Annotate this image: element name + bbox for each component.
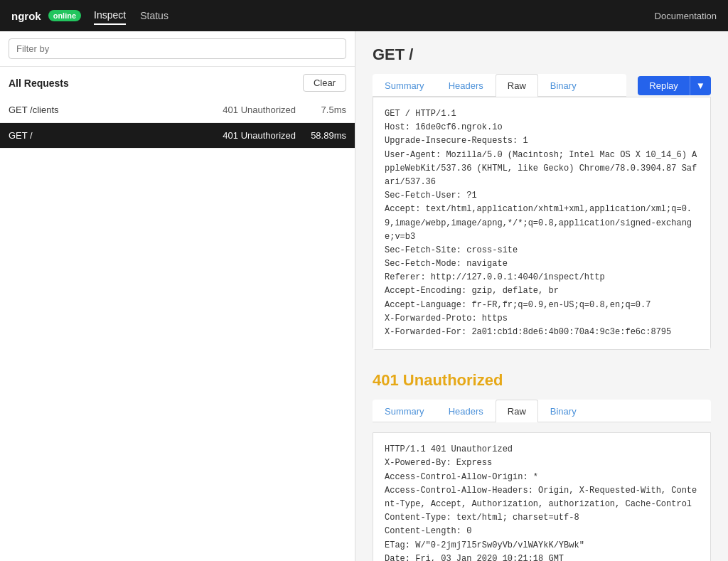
requests-title: All Requests [9, 78, 69, 89]
request-title: GET / [373, 46, 711, 64]
top-nav: ngrok online Inspect Status Documentatio… [0, 0, 728, 31]
req-duration: 7.5ms [307, 105, 346, 115]
response-tab-binary[interactable]: Binary [538, 400, 589, 422]
response-raw-text: HTTP/1.1 401 Unauthorized X-Powered-By: … [373, 433, 710, 561]
response-tab-summary[interactable]: Summary [373, 400, 437, 422]
filter-bar [0, 31, 355, 67]
response-raw-content: HTTP/1.1 401 Unauthorized X-Powered-By: … [373, 432, 711, 561]
request-raw-text: GET / HTTP/1.1 Host: 16de0cf6.ngrok.io U… [373, 97, 710, 349]
requests-header: All Requests Clear [0, 67, 355, 97]
replay-dropdown-button[interactable]: ▼ [690, 76, 711, 95]
main-layout: All Requests Clear GET /clients 401 Unau… [0, 31, 728, 561]
request-list: GET /clients 401 Unauthorized 7.5ms GET … [0, 97, 355, 561]
request-tab-headers[interactable]: Headers [437, 74, 496, 97]
nav-item-inspect[interactable]: Inspect [94, 6, 126, 25]
nav-item-status[interactable]: Status [140, 7, 168, 24]
right-panel: GET / Summary Headers Raw Binary Replay … [355, 31, 728, 561]
req-method-path: GET /clients [9, 105, 223, 115]
response-tab-raw[interactable]: Raw [496, 400, 538, 422]
req-method-path: GET / [9, 130, 223, 141]
req-duration: 58.89ms [307, 130, 346, 141]
online-badge: online [48, 10, 81, 21]
response-title: 401 Unauthorized [373, 371, 711, 390]
response-section: 401 Unauthorized Summary Headers Raw Bin… [373, 371, 711, 561]
table-row[interactable]: GET /clients 401 Unauthorized 7.5ms [0, 97, 355, 123]
request-raw-content: GET / HTTP/1.1 Host: 16de0cf6.ngrok.io U… [373, 97, 711, 350]
clear-button[interactable]: Clear [303, 74, 346, 92]
left-panel: All Requests Clear GET /clients 401 Unau… [0, 31, 355, 561]
request-tab-bar: Summary Headers Raw Binary [373, 74, 626, 97]
request-section: GET / Summary Headers Raw Binary Replay … [373, 46, 711, 350]
request-tab-raw[interactable]: Raw [496, 74, 538, 97]
documentation-link[interactable]: Documentation [655, 11, 717, 21]
request-tabs-row: Summary Headers Raw Binary Replay ▼ [373, 74, 711, 97]
req-status: 401 Unauthorized [223, 130, 296, 141]
response-tab-bar: Summary Headers Raw Binary [373, 400, 711, 422]
req-status: 401 Unauthorized [223, 105, 296, 115]
request-tab-summary[interactable]: Summary [373, 74, 437, 97]
response-tab-headers[interactable]: Headers [437, 400, 496, 422]
request-tab-binary[interactable]: Binary [538, 74, 589, 97]
brand-logo: ngrok [11, 10, 41, 22]
replay-group: Replay ▼ [638, 76, 711, 95]
table-row[interactable]: GET / 401 Unauthorized 58.89ms [0, 123, 355, 149]
filter-input[interactable] [9, 38, 346, 59]
replay-button[interactable]: Replay [638, 76, 689, 95]
